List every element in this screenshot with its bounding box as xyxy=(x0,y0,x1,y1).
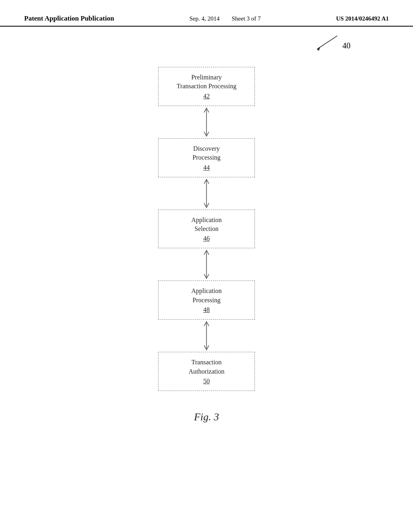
arrow-4-5 xyxy=(200,320,213,352)
arrow-icon-2-3 xyxy=(200,177,213,210)
arrow-icon-4-5 xyxy=(200,320,213,352)
box-transaction-auth: TransactionAuthorization 50 xyxy=(158,352,255,391)
publication-title: Patent Application Publication xyxy=(24,15,114,23)
main-content: 40 PreliminaryTransaction Processing 42 … xyxy=(0,27,413,423)
header-center: Sep. 4, 2014 Sheet 3 of 7 xyxy=(189,15,261,22)
box-discovery-line1: DiscoveryProcessing xyxy=(192,144,220,162)
patent-number: US 2014/0246492 A1 xyxy=(336,15,389,22)
box-discovery: DiscoveryProcessing 44 xyxy=(158,138,255,177)
arrow-icon-1-2 xyxy=(200,106,213,138)
arrow-1-2 xyxy=(200,106,213,138)
box-app-processing-line1: ApplicationProcessing xyxy=(191,287,222,305)
box-preliminary: PreliminaryTransaction Processing 42 xyxy=(158,67,255,106)
sheet-info: Sheet 3 of 7 xyxy=(232,15,261,22)
publication-date: Sep. 4, 2014 xyxy=(189,15,219,22)
box-application-processing: ApplicationProcessing 48 xyxy=(158,281,255,320)
box-trans-auth-line1: TransactionAuthorization xyxy=(189,358,225,376)
box-preliminary-ref: 42 xyxy=(203,93,210,100)
figure-caption: Fig. 3 xyxy=(194,411,219,423)
ref-40-label: 40 xyxy=(342,41,350,50)
box-trans-auth-ref: 50 xyxy=(203,378,210,385)
arrow-icon-3-4 xyxy=(200,248,213,281)
box-app-processing-ref: 48 xyxy=(203,306,210,314)
ref-40-container: 40 xyxy=(313,34,350,52)
box-app-selection-ref: 46 xyxy=(203,235,210,242)
box-app-selection-line1: ApplicationSelection xyxy=(191,216,222,234)
page-header: Patent Application Publication Sep. 4, 2… xyxy=(0,0,413,27)
arrow-2-3 xyxy=(200,177,213,210)
flowchart: PreliminaryTransaction Processing 42 Dis… xyxy=(158,67,255,391)
box-preliminary-line1: PreliminaryTransaction Processing xyxy=(177,73,236,91)
ref-40-arrow-icon xyxy=(313,34,341,52)
box-application-selection: ApplicationSelection 46 xyxy=(158,210,255,249)
box-discovery-ref: 44 xyxy=(203,164,210,171)
arrow-3-4 xyxy=(200,248,213,281)
